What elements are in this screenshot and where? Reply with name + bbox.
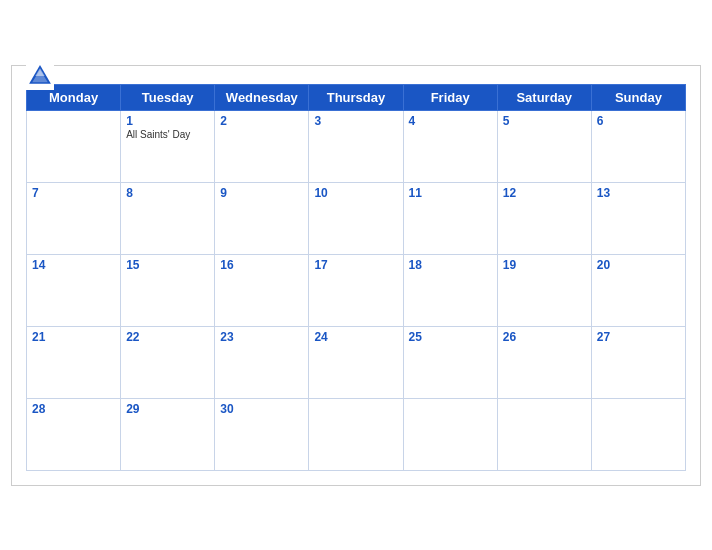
day-number: 4 xyxy=(409,114,492,128)
calendar-cell: 30 xyxy=(215,398,309,470)
calendar-week-row: 14151617181920 xyxy=(27,254,686,326)
day-number: 24 xyxy=(314,330,397,344)
day-number: 12 xyxy=(503,186,586,200)
day-number: 17 xyxy=(314,258,397,272)
calendar-cell xyxy=(309,398,403,470)
calendar-cell xyxy=(403,398,497,470)
weekday-header-saturday: Saturday xyxy=(497,84,591,110)
calendar-cell: 18 xyxy=(403,254,497,326)
calendar-cell: 21 xyxy=(27,326,121,398)
calendar-cell: 4 xyxy=(403,110,497,182)
day-number: 1 xyxy=(126,114,209,128)
logo-icon xyxy=(26,62,54,90)
day-number: 16 xyxy=(220,258,303,272)
day-number: 29 xyxy=(126,402,209,416)
day-number: 14 xyxy=(32,258,115,272)
calendar: MondayTuesdayWednesdayThursdayFridaySatu… xyxy=(11,65,701,486)
calendar-cell: 9 xyxy=(215,182,309,254)
calendar-cell: 12 xyxy=(497,182,591,254)
day-number: 3 xyxy=(314,114,397,128)
calendar-table: MondayTuesdayWednesdayThursdayFridaySatu… xyxy=(26,84,686,471)
calendar-week-row: 78910111213 xyxy=(27,182,686,254)
weekday-header-row: MondayTuesdayWednesdayThursdayFridaySatu… xyxy=(27,84,686,110)
calendar-cell xyxy=(497,398,591,470)
day-number: 30 xyxy=(220,402,303,416)
logo xyxy=(26,62,57,90)
calendar-week-row: 1All Saints' Day23456 xyxy=(27,110,686,182)
calendar-cell: 2 xyxy=(215,110,309,182)
calendar-cell: 8 xyxy=(121,182,215,254)
day-number: 8 xyxy=(126,186,209,200)
day-number: 27 xyxy=(597,330,680,344)
calendar-cell: 29 xyxy=(121,398,215,470)
calendar-cell: 11 xyxy=(403,182,497,254)
calendar-cell: 10 xyxy=(309,182,403,254)
calendar-cell: 24 xyxy=(309,326,403,398)
day-number: 9 xyxy=(220,186,303,200)
calendar-cell: 22 xyxy=(121,326,215,398)
weekday-header-thursday: Thursday xyxy=(309,84,403,110)
weekday-header-friday: Friday xyxy=(403,84,497,110)
calendar-cell: 28 xyxy=(27,398,121,470)
calendar-cell: 1All Saints' Day xyxy=(121,110,215,182)
calendar-cell: 7 xyxy=(27,182,121,254)
calendar-cell: 13 xyxy=(591,182,685,254)
day-number: 23 xyxy=(220,330,303,344)
calendar-week-row: 282930 xyxy=(27,398,686,470)
calendar-week-row: 21222324252627 xyxy=(27,326,686,398)
calendar-cell: 27 xyxy=(591,326,685,398)
weekday-header-sunday: Sunday xyxy=(591,84,685,110)
calendar-tbody: 1All Saints' Day234567891011121314151617… xyxy=(27,110,686,470)
calendar-cell: 5 xyxy=(497,110,591,182)
calendar-cell: 16 xyxy=(215,254,309,326)
day-number: 22 xyxy=(126,330,209,344)
calendar-cell: 3 xyxy=(309,110,403,182)
day-number: 21 xyxy=(32,330,115,344)
weekday-header-tuesday: Tuesday xyxy=(121,84,215,110)
calendar-cell: 6 xyxy=(591,110,685,182)
day-number: 11 xyxy=(409,186,492,200)
day-number: 28 xyxy=(32,402,115,416)
day-number: 10 xyxy=(314,186,397,200)
day-number: 26 xyxy=(503,330,586,344)
holiday-label: All Saints' Day xyxy=(126,129,209,140)
calendar-cell xyxy=(27,110,121,182)
day-number: 20 xyxy=(597,258,680,272)
day-number: 18 xyxy=(409,258,492,272)
day-number: 13 xyxy=(597,186,680,200)
calendar-cell: 17 xyxy=(309,254,403,326)
day-number: 25 xyxy=(409,330,492,344)
calendar-thead: MondayTuesdayWednesdayThursdayFridaySatu… xyxy=(27,84,686,110)
calendar-cell: 23 xyxy=(215,326,309,398)
calendar-cell: 26 xyxy=(497,326,591,398)
calendar-cell: 20 xyxy=(591,254,685,326)
calendar-cell: 14 xyxy=(27,254,121,326)
day-number: 6 xyxy=(597,114,680,128)
calendar-cell xyxy=(591,398,685,470)
day-number: 19 xyxy=(503,258,586,272)
day-number: 7 xyxy=(32,186,115,200)
weekday-header-wednesday: Wednesday xyxy=(215,84,309,110)
calendar-cell: 25 xyxy=(403,326,497,398)
calendar-cell: 15 xyxy=(121,254,215,326)
calendar-cell: 19 xyxy=(497,254,591,326)
day-number: 15 xyxy=(126,258,209,272)
day-number: 5 xyxy=(503,114,586,128)
day-number: 2 xyxy=(220,114,303,128)
